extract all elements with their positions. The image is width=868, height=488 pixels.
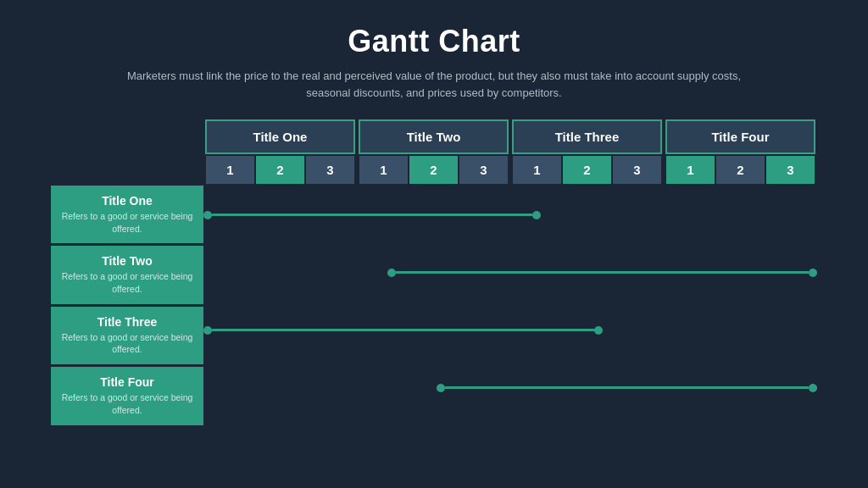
left-labels: Title One Refers to a good or service be… (51, 186, 203, 428)
gantt-row-2 (203, 245, 817, 300)
gantt-right: Title One Title Two Title Three Title Fo… (203, 119, 817, 418)
gantt-row-3 (203, 302, 817, 358)
left-label-title-2: Title Two (102, 254, 152, 268)
gantt-title-2: Title Two (359, 119, 509, 154)
left-label-2: Title Two Refers to a good or service be… (51, 246, 203, 303)
bar-line-1 (212, 214, 532, 216)
gantt-bars-area (203, 187, 817, 418)
gantt-title-1: Title One (205, 119, 355, 154)
gantt-num-4-1: 1 (666, 156, 715, 184)
left-label-title-4: Title Four (100, 375, 154, 389)
left-label-4: Title Four Refers to a good or service b… (51, 367, 203, 424)
bar-dot-right-1 (532, 211, 541, 219)
gantt-row-1 (203, 187, 817, 242)
gantt-header-numbers: 1 2 3 1 2 3 1 2 3 1 (203, 156, 817, 184)
gantt-num-2-1: 1 (359, 156, 408, 184)
gantt-num-3-1: 1 (513, 156, 561, 184)
left-label-title-3: Title Three (97, 315, 158, 329)
gantt-number-group-1: 1 2 3 (205, 156, 355, 184)
gantt-num-1-1: 1 (206, 156, 254, 184)
page-title: Gantt Chart (348, 24, 520, 59)
bar-dot-right-2 (809, 269, 817, 277)
left-label-desc-1: Refers to a good or service being offere… (61, 210, 193, 235)
gantt-header-titles: Title One Title Two Title Three Title Fo… (203, 119, 817, 154)
bar-line-4 (445, 386, 809, 389)
gantt-num-4-2: 2 (716, 156, 765, 184)
bar-dot-left-3 (203, 326, 212, 335)
page-subtitle: Marketers must link the price to the rea… (112, 68, 756, 101)
gantt-number-group-3: 1 2 3 (512, 156, 662, 184)
gantt-num-1-3: 3 (306, 156, 354, 184)
gantt-number-group-2: 1 2 3 (359, 156, 509, 184)
bar-line-3 (212, 329, 594, 331)
gantt-container: Title One Refers to a good or service be… (51, 119, 817, 428)
page: Gantt Chart Marketers must link the pric… (0, 0, 868, 488)
gantt-num-3-2: 2 (563, 156, 611, 184)
bar-dot-right-3 (594, 326, 603, 335)
left-label-desc-2: Refers to a good or service being offere… (61, 270, 193, 295)
left-label-title-1: Title One (102, 194, 153, 208)
bar-dot-left-4 (437, 384, 445, 392)
gantt-num-3-3: 3 (613, 156, 661, 184)
left-label-3: Title Three Refers to a good or service … (51, 307, 203, 364)
left-label-desc-4: Refers to a good or service being offere… (61, 391, 193, 416)
gantt-row-4 (203, 360, 817, 415)
bar-dot-left-2 (387, 269, 396, 277)
bar-line-2 (396, 271, 809, 274)
gantt-num-2-3: 3 (459, 156, 508, 184)
left-label-1: Title One Refers to a good or service be… (51, 186, 203, 243)
gantt-number-group-4: 1 2 3 (665, 156, 815, 184)
bar-dot-right-4 (809, 384, 817, 392)
left-label-desc-3: Refers to a good or service being offere… (61, 331, 193, 356)
bar-dot-left-1 (203, 211, 212, 219)
gantt-num-2-2: 2 (409, 156, 458, 184)
gantt-num-1-2: 2 (256, 156, 304, 184)
gantt-title-3: Title Three (512, 119, 662, 154)
gantt-num-4-3: 3 (766, 156, 815, 184)
gantt-title-4: Title Four (665, 119, 815, 154)
